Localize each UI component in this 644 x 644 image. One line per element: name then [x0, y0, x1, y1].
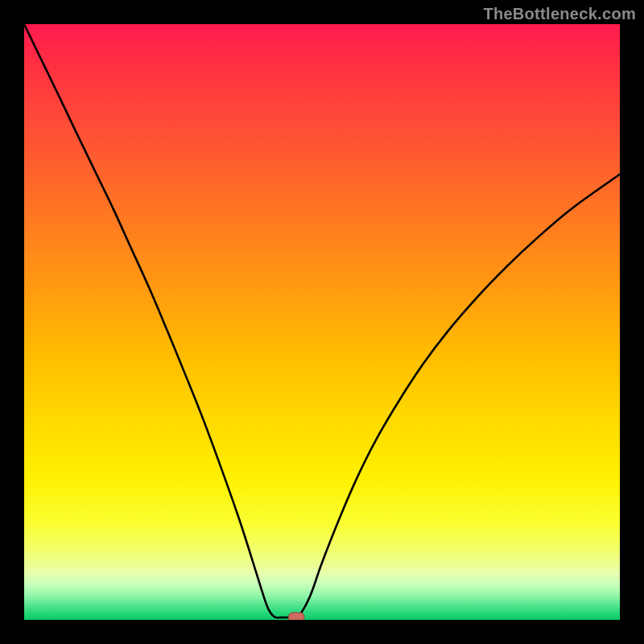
chart-frame: TheBottleneck.com [0, 0, 644, 644]
optimum-marker [289, 613, 304, 620]
chart-plot-area [24, 24, 620, 620]
bottleneck-curve [24, 24, 620, 619]
chart-svg [24, 24, 620, 620]
watermark-text: TheBottleneck.com [483, 5, 636, 23]
